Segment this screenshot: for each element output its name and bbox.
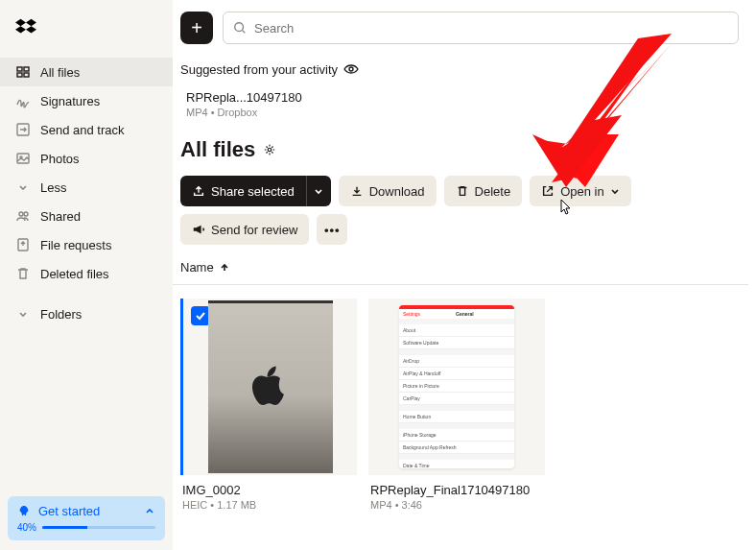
chevron-down-icon [15, 179, 31, 195]
download-button[interactable]: Download [339, 176, 437, 206]
send-icon [15, 122, 31, 137]
open-in-label: Open in [560, 184, 604, 199]
trash-icon [15, 266, 31, 281]
sidebar-item-shared[interactable]: Shared [0, 202, 173, 230]
sidebar-item-file-requests[interactable]: File requests [0, 230, 173, 259]
delete-button[interactable]: Delete [444, 176, 523, 206]
gear-icon[interactable] [263, 143, 276, 156]
file-request-icon [15, 237, 31, 252]
sidebar-item-label: Less [40, 180, 66, 195]
progress-bar [42, 526, 155, 529]
folders-label: Folders [40, 307, 82, 322]
sidebar-item-label: Shared [40, 209, 81, 224]
suggested-file-meta: MP4 • Dropbox [186, 107, 756, 118]
share-label: Share selected [211, 184, 295, 199]
sidebar-item-label: Send and track [40, 123, 124, 137]
share-dropdown-button[interactable] [306, 176, 331, 206]
chevron-down-icon [15, 306, 31, 322]
files-icon [15, 64, 31, 80]
trash-icon [456, 184, 469, 198]
main-content: + Suggested from your activity RPRepla..… [173, 0, 756, 550]
svg-point-8 [24, 212, 28, 216]
sidebar-item-send-track[interactable]: Send and track [0, 115, 173, 144]
more-actions-button[interactable]: ••• [317, 214, 347, 245]
add-button[interactable]: + [180, 12, 213, 44]
suggested-file[interactable]: RPRepla...10497180 MP4 • Dropbox [173, 77, 756, 118]
svg-rect-3 [24, 73, 29, 77]
search-icon [233, 21, 247, 35]
get-started-panel[interactable]: Get started 40% [8, 496, 165, 540]
sidebar-item-all-files[interactable]: All files [0, 58, 173, 86]
file-card[interactable]: SettingsGeneral About Software Update Ai… [368, 299, 545, 511]
progress-percent: 40% [17, 522, 36, 533]
send-for-review-button[interactable]: Send for review [180, 214, 309, 245]
sidebar-item-label: File requests [40, 238, 111, 252]
suggested-label: Suggested from your activity [180, 62, 338, 77]
eye-icon[interactable] [343, 61, 359, 77]
chevron-up-icon [144, 506, 155, 517]
rocket-icon [17, 505, 31, 518]
sidebar-item-label: Deleted files [40, 267, 109, 281]
file-thumbnail[interactable]: SettingsGeneral About Software Update Ai… [368, 299, 545, 475]
dropbox-logo [0, 17, 173, 58]
svg-rect-0 [17, 67, 22, 71]
share-icon [192, 184, 205, 198]
sidebar-folders-toggle[interactable]: Folders [0, 299, 173, 328]
download-label: Download [369, 184, 425, 199]
svg-point-11 [349, 67, 353, 71]
svg-point-12 [269, 148, 272, 152]
sidebar-item-label: Signatures [40, 94, 100, 108]
sidebar-item-label: All files [40, 65, 80, 80]
sidebar: All files Signatures Send and track Phot… [0, 0, 173, 550]
search-input[interactable] [223, 12, 739, 44]
sidebar-item-deleted-files[interactable]: Deleted files [0, 259, 173, 288]
image-preview [208, 300, 333, 473]
file-thumbnail[interactable] [180, 299, 357, 475]
megaphone-icon [192, 223, 205, 236]
chevron-down-icon [610, 186, 620, 196]
sidebar-item-signatures[interactable]: Signatures [0, 86, 173, 115]
sidebar-item-label: Photos [40, 152, 79, 166]
svg-point-10 [235, 23, 244, 32]
file-name: RPReplay_Final1710497180 [368, 475, 545, 497]
page-title: All files [180, 137, 255, 162]
file-name: IMG_0002 [180, 475, 357, 497]
get-started-label: Get started [38, 504, 100, 518]
send-review-label: Send for review [211, 223, 297, 237]
open-in-button[interactable]: Open in [530, 176, 631, 206]
file-meta: HEIC • 1.17 MB [180, 497, 357, 511]
video-preview: SettingsGeneral About Software Update Ai… [399, 305, 514, 468]
share-selected-button[interactable]: Share selected [180, 176, 306, 206]
delete-label: Delete [475, 184, 511, 199]
sidebar-item-photos[interactable]: Photos [0, 144, 173, 173]
signature-icon [15, 93, 31, 108]
open-icon [541, 184, 555, 198]
svg-rect-1 [24, 67, 29, 71]
share-selected-split-button[interactable]: Share selected [180, 176, 331, 206]
arrow-up-icon [220, 263, 229, 273]
svg-point-7 [19, 212, 23, 216]
download-icon [350, 184, 364, 198]
file-meta: MP4 • 3:46 [368, 497, 545, 511]
shared-icon [15, 208, 31, 224]
search-field[interactable] [254, 21, 728, 36]
svg-rect-2 [17, 73, 22, 77]
file-card[interactable]: IMG_0002 HEIC • 1.17 MB [180, 299, 357, 511]
name-column-header[interactable]: Name [173, 245, 748, 285]
photos-icon [15, 151, 31, 166]
sidebar-item-less[interactable]: Less [0, 173, 173, 202]
suggested-file-name: RPRepla...10497180 [186, 90, 756, 105]
